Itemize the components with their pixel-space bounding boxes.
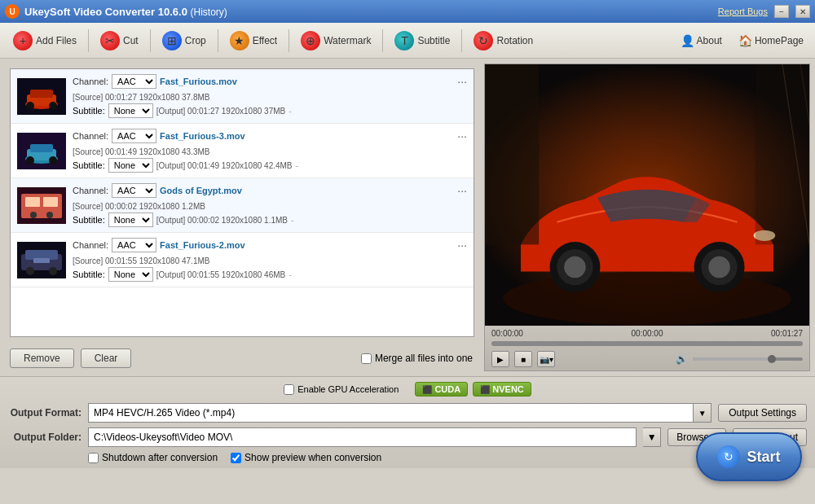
- channel-select-1[interactable]: AAC: [112, 74, 156, 89]
- toolbar-right: 👤 About 🏠 HomePage: [676, 32, 808, 50]
- file-thumb-2: [17, 133, 66, 169]
- output-folder-label: Output Folder:: [8, 432, 82, 443]
- rotation-icon: ↻: [474, 31, 493, 50]
- screenshot-button[interactable]: 📷▾: [537, 351, 555, 367]
- file-menu-4[interactable]: ···: [457, 239, 467, 252]
- volume-slider[interactable]: [693, 357, 804, 361]
- toolbar-separator-2: [150, 29, 151, 52]
- shutdown-checkbox[interactable]: [88, 453, 99, 463]
- show-preview-checkbox[interactable]: [231, 453, 241, 463]
- svg-point-10: [26, 156, 34, 164]
- minimize-button[interactable]: −: [774, 5, 789, 18]
- file-info-source-3: [Source] 00:00:02 1920x1080 1.2MB: [73, 200, 467, 213]
- file-info-source-4: [Source] 00:01:55 1920x1080 47.1MB: [73, 255, 467, 267]
- nvenc-badge[interactable]: ⬛ NVENC: [473, 382, 531, 397]
- cut-button[interactable]: ✂ Cut: [94, 28, 145, 54]
- output-settings-button[interactable]: Output Settings: [718, 404, 807, 422]
- file-item-1[interactable]: Channel: AAC Fast_Furious.mov ··· [Sourc…: [11, 69, 474, 124]
- format-dropdown-arrow[interactable]: ▼: [694, 403, 711, 423]
- subtitle-select-3[interactable]: None: [108, 213, 153, 227]
- effect-button[interactable]: ★ Effect: [223, 28, 284, 54]
- gpu-label: Enable GPU Acceleration: [297, 384, 399, 394]
- file-thumb-4: [17, 242, 66, 278]
- volume-icon: 🔊: [676, 353, 688, 365]
- channel-select-3[interactable]: AAC: [112, 183, 156, 198]
- app-name: UkeySoft Video Converter 10.6.0: [24, 6, 187, 18]
- merge-check: Merge all files into one: [361, 353, 473, 364]
- title-text: UkeySoft Video Converter 10.6.0 (History…: [24, 6, 227, 18]
- play-button[interactable]: ▶: [491, 351, 509, 367]
- gpu-checkbox[interactable]: [284, 384, 294, 395]
- homepage-button[interactable]: 🏠 HomePage: [734, 32, 808, 50]
- toolbar-separator-4: [289, 29, 289, 52]
- cut-icon: ✂: [100, 31, 120, 50]
- show-preview-check: Show preview when conversion: [231, 452, 381, 463]
- file-list-panel: Channel: AAC Fast_Furious.mov ··· [Sourc…: [10, 68, 474, 337]
- add-files-icon: +: [13, 31, 33, 50]
- merge-label: Merge all files into one: [375, 353, 473, 364]
- toolbar-separator: [88, 29, 89, 52]
- svg-rect-3: [30, 90, 53, 98]
- shutdown-check: Shutdown after conversion: [88, 452, 218, 463]
- channel-select-4[interactable]: AAC: [112, 238, 156, 252]
- volume-fill: [693, 357, 770, 361]
- svg-rect-15: [43, 197, 58, 207]
- file-menu-3[interactable]: ···: [457, 184, 467, 197]
- svg-rect-23: [33, 258, 50, 263]
- folder-row: Output Folder: ▼ Browse... Open Output: [8, 427, 807, 447]
- crop-button[interactable]: ⊞ Crop: [156, 28, 213, 54]
- about-button[interactable]: 👤 About: [676, 32, 727, 50]
- clear-button[interactable]: Clear: [81, 348, 132, 368]
- file-menu-1[interactable]: ···: [457, 75, 467, 88]
- file-name-4: Fast_Furious-2.mov: [160, 240, 245, 250]
- file-item-4[interactable]: Channel: AAC Fast_Furious-2.mov ··· [Sou…: [11, 233, 474, 287]
- progress-bar[interactable]: [491, 341, 803, 346]
- remove-button[interactable]: Remove: [10, 348, 74, 368]
- close-button[interactable]: ✕: [795, 5, 810, 18]
- file-menu-2[interactable]: ···: [457, 129, 467, 142]
- time-end: 00:01:27: [771, 329, 803, 338]
- start-icon: ↻: [717, 445, 740, 468]
- time-start: 00:00:00: [491, 329, 523, 338]
- svg-point-16: [30, 212, 37, 218]
- video-preview: [485, 64, 809, 326]
- effect-icon: ★: [230, 31, 249, 50]
- file-info-output-3: [Output] 00:00:02 1920x1080 1.1MB: [156, 214, 288, 226]
- subtitle-select-1[interactable]: None: [108, 103, 153, 118]
- svg-point-4: [26, 102, 34, 110]
- report-bugs-link[interactable]: Report Bugs: [718, 7, 768, 16]
- watermark-button[interactable]: ⊕ Watermark: [294, 28, 377, 54]
- show-preview-label: Show preview when conversion: [244, 452, 381, 463]
- rotation-button[interactable]: ↻ Rotation: [467, 28, 540, 54]
- svg-point-11: [49, 156, 57, 164]
- file-details-2: Channel: AAC Fast_Furious-3.mov ··· [Sou…: [73, 129, 467, 173]
- stop-button[interactable]: ■: [514, 351, 532, 367]
- cuda-badge[interactable]: ⬛ CUDA: [415, 382, 468, 397]
- crop-icon: ⊞: [162, 31, 182, 50]
- subtitle-select-4[interactable]: None: [108, 267, 153, 282]
- file-item-2[interactable]: Channel: AAC Fast_Furious-3.mov ··· [Sou…: [11, 124, 474, 178]
- add-files-button[interactable]: + Add Files: [7, 28, 83, 54]
- options-row: Shutdown after conversion Show preview w…: [8, 452, 807, 463]
- title-left: U UkeySoft Video Converter 10.6.0 (Histo…: [5, 4, 227, 19]
- subtitle-select-2[interactable]: None: [108, 158, 153, 173]
- app-logo: U: [5, 4, 20, 19]
- svg-point-5: [49, 102, 57, 110]
- file-name-2: Fast_Furious-3.mov: [160, 131, 245, 141]
- subtitle-button[interactable]: T Subtitle: [388, 28, 456, 54]
- folder-dropdown-arrow[interactable]: ▼: [643, 427, 661, 447]
- svg-rect-34: [485, 64, 539, 244]
- channel-select-2[interactable]: AAC: [112, 129, 156, 143]
- time-bar: 00:00:00 00:00:00 00:01:27: [491, 329, 803, 338]
- start-button[interactable]: ↻ Start: [696, 432, 802, 481]
- file-item-3[interactable]: Channel: AAC Gods of Egypt.mov ··· [Sour…: [11, 178, 474, 233]
- bottom-panel: Enable GPU Acceleration ⬛ CUDA ⬛ NVENC O…: [0, 376, 815, 468]
- file-details-4: Channel: AAC Fast_Furious-2.mov ··· [Sou…: [73, 238, 467, 282]
- gpu-row: Enable GPU Acceleration ⬛ CUDA ⬛ NVENC: [8, 382, 807, 397]
- merge-checkbox[interactable]: [361, 353, 372, 364]
- volume-thumb: [768, 355, 776, 363]
- toolbar-separator-6: [461, 29, 462, 52]
- format-input[interactable]: [88, 403, 694, 423]
- history-label: (History): [191, 7, 227, 18]
- folder-input[interactable]: [88, 427, 637, 447]
